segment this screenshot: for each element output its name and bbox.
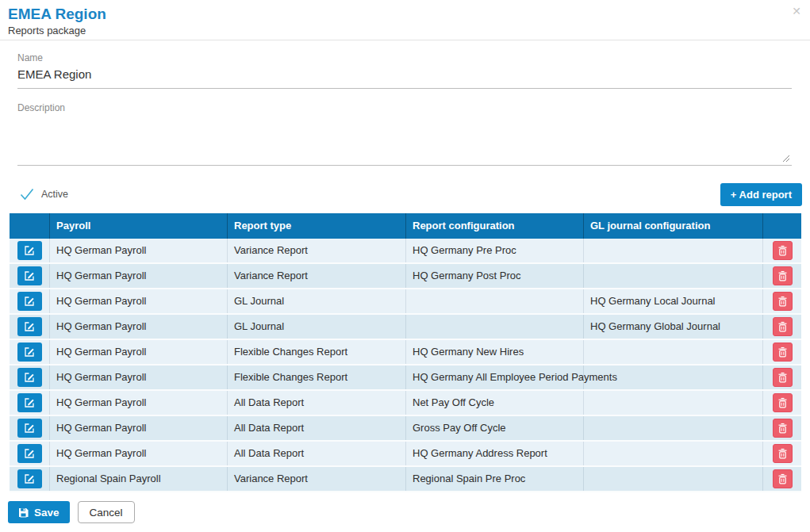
resize-handle-icon[interactable] <box>781 153 790 163</box>
delete-row-button[interactable] <box>773 292 793 311</box>
edit-icon <box>24 473 35 484</box>
cell-report-configuration <box>405 289 583 313</box>
cell-report-type: All Data Report <box>227 442 405 465</box>
cell-gl-journal-configuration <box>583 264 762 288</box>
table-row: HQ German Payroll Flexible Changes Repor… <box>10 366 801 391</box>
delete-row-button[interactable] <box>773 444 793 463</box>
edit-row-button[interactable] <box>17 241 42 260</box>
delete-row-button[interactable] <box>773 368 793 387</box>
cell-report-type: All Data Report <box>227 391 405 415</box>
form-area: Name Description <box>0 52 810 166</box>
edit-row-button[interactable] <box>17 343 42 362</box>
table-body: HQ German Payroll Variance Report HQ Ger… <box>10 239 801 492</box>
trash-icon <box>777 397 788 408</box>
close-icon[interactable]: ✕ <box>792 6 801 17</box>
trash-icon <box>777 423 788 434</box>
delete-row-button[interactable] <box>773 266 793 285</box>
table-row: HQ German Payroll GL Journal HQ Germany … <box>10 289 801 315</box>
cell-gl-journal-configuration <box>583 442 762 465</box>
edit-icon <box>24 372 35 383</box>
save-label: Save <box>34 507 60 519</box>
delete-row-button[interactable] <box>773 469 793 488</box>
cell-report-type: Variance Report <box>227 467 405 491</box>
add-report-button[interactable]: + Add report <box>720 183 802 206</box>
trash-icon <box>777 346 788 358</box>
trash-icon <box>777 296 788 307</box>
active-checkbox[interactable]: Active <box>20 188 68 201</box>
name-input[interactable] <box>17 63 792 89</box>
table-row: HQ German Payroll GL Journal HQ Germany … <box>10 315 801 340</box>
delete-row-button[interactable] <box>773 343 793 362</box>
cell-report-type: Variance Report <box>227 239 405 262</box>
cell-report-configuration: HQ Germany Address Report <box>405 442 583 465</box>
trash-icon <box>777 321 788 332</box>
cell-report-type: Flexible Changes Report <box>227 340 405 364</box>
page-subtitle: Reports package <box>8 25 802 36</box>
cell-report-type: GL Journal <box>227 315 405 339</box>
delete-row-button[interactable] <box>773 317 793 336</box>
edit-icon <box>24 296 35 307</box>
cell-gl-journal-configuration: HQ Germany Global Journal <box>583 315 762 339</box>
cell-payroll: HQ German Payroll <box>49 239 227 262</box>
edit-icon <box>24 448 35 459</box>
edit-row-button[interactable] <box>17 393 42 412</box>
footer-actions: Save Cancel <box>8 501 810 523</box>
cell-payroll: HQ German Payroll <box>49 416 227 440</box>
table-row: HQ German Payroll Variance Report HQ Ger… <box>10 239 801 264</box>
header-cell-payroll: Payroll <box>49 213 227 239</box>
cell-gl-journal-configuration: HQ Germany Local Journal <box>583 289 762 313</box>
cell-report-type: Flexible Changes Report <box>227 366 405 389</box>
delete-row-button[interactable] <box>773 393 793 412</box>
edit-icon <box>24 397 35 408</box>
header-cell-report-type: Report type <box>227 213 405 239</box>
cell-payroll: HQ German Payroll <box>49 289 227 313</box>
cancel-button[interactable]: Cancel <box>78 501 135 523</box>
cell-report-configuration: HQ Germany All Employee Period Payments <box>405 366 583 389</box>
edit-row-button[interactable] <box>17 419 42 438</box>
cell-report-configuration: HQ Germany Post Proc <box>405 264 583 288</box>
edit-row-button[interactable] <box>17 469 42 488</box>
table-row: HQ German Payroll All Data Report Net Pa… <box>10 391 801 416</box>
cell-gl-journal-configuration <box>583 340 762 364</box>
cell-report-type: GL Journal <box>227 289 405 313</box>
page-title: EMEA Region <box>8 6 802 23</box>
table-row: Regional Spain Payroll Variance Report R… <box>10 467 801 492</box>
header-cell-delete <box>762 213 801 239</box>
cell-payroll: HQ German Payroll <box>49 442 227 465</box>
cell-payroll: HQ German Payroll <box>49 340 227 364</box>
reports-table: Payroll Report type Report configuration… <box>10 213 801 492</box>
description-label: Description <box>17 102 792 113</box>
cell-report-configuration <box>405 315 583 339</box>
trash-icon <box>777 473 788 484</box>
cell-payroll: HQ German Payroll <box>49 315 227 339</box>
cell-payroll: HQ German Payroll <box>49 264 227 288</box>
save-button[interactable]: Save <box>8 501 70 523</box>
cell-report-type: All Data Report <box>227 416 405 440</box>
trash-icon <box>777 448 788 459</box>
description-input[interactable] <box>17 115 792 166</box>
table-header-row: Payroll Report type Report configuration… <box>10 213 801 239</box>
edit-row-button[interactable] <box>17 292 42 311</box>
edit-icon <box>24 270 35 281</box>
cell-gl-journal-configuration <box>583 366 762 389</box>
active-label: Active <box>41 189 68 200</box>
cell-report-configuration: Net Pay Off Cycle <box>405 391 583 415</box>
cell-report-configuration: Gross Pay Off Cycle <box>405 416 583 440</box>
cell-gl-journal-configuration <box>583 467 762 491</box>
delete-row-button[interactable] <box>773 241 793 260</box>
edit-row-button[interactable] <box>17 368 42 387</box>
floppy-disk-icon <box>18 507 29 518</box>
cell-payroll: HQ German Payroll <box>49 366 227 389</box>
cell-report-configuration: HQ Germany Pre Proc <box>405 239 583 262</box>
check-icon <box>20 188 34 201</box>
edit-row-button[interactable] <box>17 317 42 336</box>
cell-report-type: Variance Report <box>227 264 405 288</box>
cell-gl-journal-configuration <box>583 416 762 440</box>
delete-row-button[interactable] <box>773 419 793 438</box>
edit-row-button[interactable] <box>17 266 42 285</box>
trash-icon <box>777 372 788 383</box>
edit-row-button[interactable] <box>17 444 42 463</box>
edit-icon <box>24 245 35 256</box>
cell-report-configuration: HQ Germany New Hires <box>405 340 583 364</box>
cell-payroll: HQ German Payroll <box>49 391 227 415</box>
